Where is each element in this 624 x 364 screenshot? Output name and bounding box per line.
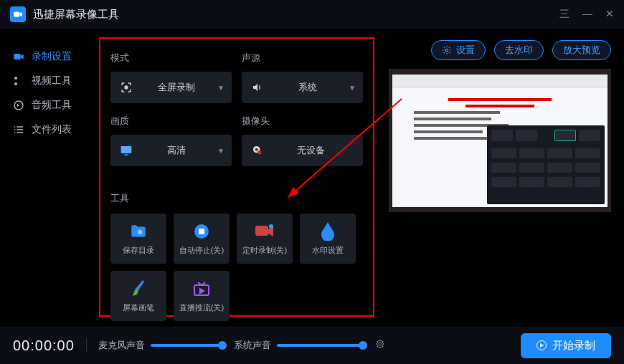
svg-point-11 xyxy=(138,229,143,234)
chevron-down-icon: ▼ xyxy=(217,147,224,155)
top-actions: 设置 去水印 放大预览 xyxy=(431,40,611,60)
mode-selector[interactable]: 全屏录制 ▼ xyxy=(110,72,232,103)
tool-grid: 保存目录 自动停止(关) 定时录制(关) 水印设置 屏幕画笔 直播推流(关) xyxy=(110,214,363,321)
mic-volume[interactable]: 麦克风声音 xyxy=(98,339,222,352)
tools-label: 工具 xyxy=(110,192,363,205)
sidebar-item-label: 文件列表 xyxy=(32,123,72,136)
settings-button[interactable]: 设置 xyxy=(431,40,486,60)
remove-watermark-button[interactable]: 去水印 xyxy=(494,40,544,60)
webcam-icon xyxy=(249,145,266,156)
tv-icon xyxy=(192,279,211,298)
svg-point-4 xyxy=(14,82,17,85)
system-slider[interactable] xyxy=(277,344,363,347)
tool-screen-brush[interactable]: 屏幕画笔 xyxy=(110,271,166,321)
camera-label: 摄像头 xyxy=(242,115,363,128)
play-icon xyxy=(536,340,547,350)
timer: 00:00:00 xyxy=(13,337,75,354)
bottombar: 00:00:00 麦克风声音 系统声音 开始录制 xyxy=(0,327,624,364)
audio-label: 声源 xyxy=(242,52,363,64)
main-panel: 模式 全屏录制 ▼ 声源 系统 ▼ 画质 xyxy=(99,37,374,317)
svg-point-3 xyxy=(14,77,17,80)
sidebar-item-label: 音频工具 xyxy=(32,99,72,112)
sidebar-item-file-list[interactable]: 文件列表 xyxy=(0,118,93,142)
svg-point-6 xyxy=(125,86,128,89)
app-title: 迅捷屏幕录像工具 xyxy=(33,8,119,21)
camera-record-icon xyxy=(255,222,274,241)
brush-icon xyxy=(129,279,148,298)
sidebar-item-label: 录制设置 xyxy=(32,50,72,63)
app-logo xyxy=(10,6,26,22)
chevron-down-icon: ▼ xyxy=(217,84,224,92)
audio-settings-icon[interactable] xyxy=(374,338,386,353)
svg-rect-0 xyxy=(14,12,19,17)
tool-save-dir[interactable]: 保存目录 xyxy=(110,214,166,264)
start-record-button[interactable]: 开始录制 xyxy=(521,333,611,358)
titlebar: 迅捷屏幕录像工具 三 — ✕ xyxy=(0,0,624,29)
tool-timed-record[interactable]: 定时录制(关) xyxy=(237,214,293,264)
quality-selector[interactable]: 高清 ▼ xyxy=(110,135,232,166)
svg-point-9 xyxy=(255,148,258,151)
camera-icon xyxy=(13,51,24,62)
preview-pane xyxy=(389,69,611,212)
minimize-button[interactable]: — xyxy=(582,8,592,21)
close-button[interactable]: ✕ xyxy=(605,8,614,21)
sound-icon xyxy=(13,100,24,111)
sidebar-item-video-tools[interactable]: 视频工具 xyxy=(0,69,93,93)
mode-label: 模式 xyxy=(110,52,232,64)
svg-point-1 xyxy=(445,49,448,52)
svg-rect-13 xyxy=(199,229,204,234)
svg-rect-7 xyxy=(121,147,131,153)
sidebar: 录制设置 视频工具 音频工具 文件列表 xyxy=(0,29,93,142)
list-icon xyxy=(13,124,24,135)
speaker-icon xyxy=(249,82,266,93)
folder-icon xyxy=(129,222,148,241)
sidebar-item-audio-tools[interactable]: 音频工具 xyxy=(0,93,93,118)
svg-rect-2 xyxy=(14,54,20,59)
camera-selector[interactable]: 无设备 xyxy=(242,135,363,166)
sidebar-item-record-settings[interactable]: 录制设置 xyxy=(0,44,93,69)
scissors-icon xyxy=(13,75,24,87)
tool-live-stream[interactable]: 直播推流(关) xyxy=(174,271,230,321)
monitor-icon xyxy=(118,145,135,156)
svg-rect-14 xyxy=(255,226,268,236)
svg-point-15 xyxy=(269,224,273,229)
fullscreen-icon xyxy=(118,82,135,93)
quality-label: 画质 xyxy=(110,115,232,128)
menu-button[interactable]: 三 xyxy=(559,8,569,21)
chevron-down-icon: ▼ xyxy=(349,84,356,92)
tool-watermark[interactable]: 水印设置 xyxy=(300,214,356,264)
svg-point-10 xyxy=(257,150,261,154)
gear-icon xyxy=(442,45,452,55)
system-volume[interactable]: 系统声音 xyxy=(234,339,363,352)
water-drop-icon xyxy=(318,222,337,241)
stop-icon xyxy=(192,222,211,241)
audio-selector[interactable]: 系统 ▼ xyxy=(242,72,363,103)
tool-auto-stop[interactable]: 自动停止(关) xyxy=(174,214,230,264)
preview-content xyxy=(392,75,608,207)
sidebar-item-label: 视频工具 xyxy=(32,75,72,87)
enlarge-preview-button[interactable]: 放大预览 xyxy=(552,40,611,60)
svg-point-18 xyxy=(379,343,382,345)
mic-slider[interactable] xyxy=(151,344,222,347)
